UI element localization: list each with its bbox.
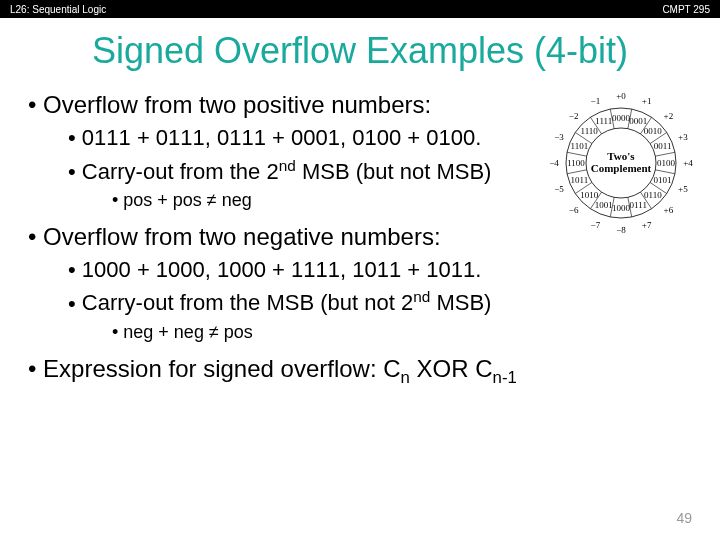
- wheel-bin-label: 1001: [595, 200, 613, 210]
- svg-line-14: [567, 170, 587, 174]
- wheel-dec-label: −4: [549, 158, 559, 168]
- wheel-dec-label: −1: [591, 96, 601, 106]
- slide-number: 49: [676, 510, 692, 526]
- wheel-dec-label: −7: [591, 220, 601, 230]
- slide-title: Signed Overflow Examples (4-bit): [0, 30, 720, 72]
- wheel-dec-label: +3: [678, 132, 688, 142]
- wheel-bin-label: 1111: [595, 116, 612, 126]
- wheel-bin-label: 1100: [567, 158, 585, 168]
- svg-line-15: [567, 152, 587, 156]
- bullet-negative-examples: 1000 + 1000, 1000 + 1111, 1011 + 1011.: [68, 256, 700, 284]
- wheel-dec-label: +5: [678, 184, 688, 194]
- svg-line-7: [655, 170, 675, 174]
- wheel-bin-label: 1011: [571, 175, 589, 185]
- wheel-dec-label: +4: [683, 158, 693, 168]
- wheel-dec-label: +7: [642, 220, 652, 230]
- wheel-dec-label: −2: [569, 111, 579, 121]
- wheel-bin-label: 1000: [612, 203, 631, 213]
- header-left: L26: Sequential Logic: [10, 4, 106, 15]
- svg-line-6: [655, 152, 675, 156]
- twos-complement-wheel: 0000000100100011010001010110011110001001…: [536, 78, 706, 248]
- wheel-dec-label: +1: [642, 96, 652, 106]
- bullet-negative-carry: Carry-out from the MSB (but not 2nd MSB): [68, 287, 700, 317]
- wheel-dec-label: −8: [616, 225, 626, 235]
- wheel-dec-label: +6: [664, 205, 674, 215]
- wheel-dec-label: −6: [569, 205, 579, 215]
- wheel-bin-label: 0110: [644, 190, 662, 200]
- slide: L26: Sequential Logic CMPT 295 Signed Ov…: [0, 0, 720, 540]
- header-right: CMPT 295: [662, 4, 710, 15]
- wheel-bin-label: 0101: [654, 175, 672, 185]
- wheel-bin-label: 1110: [581, 126, 599, 136]
- bullet-negative-rule: neg + neg ≠ pos: [112, 321, 700, 344]
- wheel-bin-label: 0000: [612, 113, 631, 123]
- wheel-bin-label: 0001: [629, 116, 647, 126]
- top-bar: L26: Sequential Logic CMPT 295: [0, 0, 720, 18]
- wheel-bin-label: 1101: [571, 141, 589, 151]
- wheel-bin-label: 0011: [654, 141, 672, 151]
- wheel-center-line1: Two's: [607, 150, 635, 162]
- wheel-bin-label: 0100: [657, 158, 676, 168]
- wheel-dec-label: −3: [554, 132, 564, 142]
- bullet-expression: Expression for signed overflow: Cn XOR C…: [28, 354, 700, 389]
- wheel-dec-label: +2: [664, 111, 674, 121]
- wheel-dec-label: −5: [554, 184, 564, 194]
- wheel-center-line2: Complement: [591, 162, 652, 174]
- wheel-bin-label: 1010: [580, 190, 599, 200]
- wheel-dec-label: +0: [616, 91, 626, 101]
- wheel-bin-label: 0111: [630, 200, 647, 210]
- wheel-bin-label: 0010: [644, 126, 663, 136]
